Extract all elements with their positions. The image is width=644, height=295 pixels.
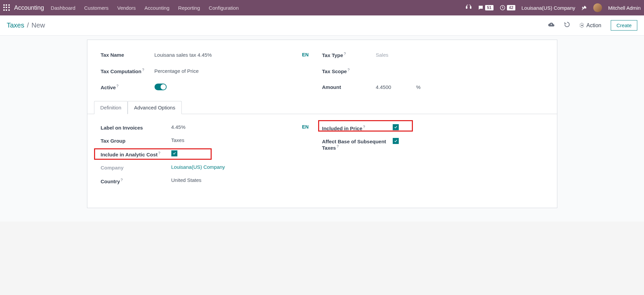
lang-badge[interactable]: EN: [302, 124, 308, 130]
nav-accounting[interactable]: Accounting: [144, 5, 169, 11]
tax-computation-label: Tax Computation?: [101, 68, 155, 74]
label-invoices-label: Label on Invoices: [101, 124, 171, 131]
form-card: Tax Name Louisana sales tax 4.45% EN Tax…: [87, 40, 557, 208]
tab-definition[interactable]: Definition: [94, 101, 128, 114]
nav-customers[interactable]: Customers: [84, 5, 109, 11]
included-price-checkbox[interactable]: [393, 124, 399, 130]
nav-dashboard[interactable]: Dashboard: [51, 5, 75, 11]
company-value[interactable]: Louisana(US) Company: [171, 164, 225, 170]
action-label: Action: [587, 22, 601, 29]
active-toggle[interactable]: [155, 84, 167, 90]
avatar[interactable]: [593, 3, 602, 12]
help-icon[interactable]: ?: [347, 68, 349, 72]
included-price-label: Included in Price?: [322, 124, 393, 131]
help-icon[interactable]: ?: [117, 84, 119, 88]
help-icon[interactable]: ?: [158, 151, 160, 155]
svg-rect-1: [470, 6, 471, 8]
nav-configuration[interactable]: Configuration: [209, 5, 239, 11]
affect-base-label: Affect Base of Subsequent Taxes?: [322, 138, 393, 151]
lang-badge[interactable]: EN: [302, 52, 308, 57]
action-button[interactable]: Action: [579, 22, 601, 29]
tools-icon[interactable]: [581, 5, 587, 11]
tax-name-value[interactable]: Louisana sales tax 4.45%: [155, 52, 212, 58]
cloud-save-icon[interactable]: [548, 21, 555, 30]
nav-menu: Dashboard Customers Vendors Accounting R…: [51, 5, 239, 11]
tax-scope-label: Tax Scope?: [322, 68, 376, 74]
tax-type-value[interactable]: Sales: [376, 52, 389, 58]
active-label: Active?: [101, 84, 155, 90]
activity-icon[interactable]: 42: [500, 5, 515, 11]
create-button[interactable]: Create: [611, 20, 637, 31]
tax-name-label: Tax Name: [101, 52, 155, 58]
discuss-icon[interactable]: 51: [478, 5, 493, 11]
amount-unit: %: [416, 84, 421, 90]
tab-advanced-options[interactable]: Advanced Options: [128, 101, 182, 114]
include-analytic-checkbox[interactable]: [171, 150, 177, 156]
help-icon[interactable]: ?: [142, 68, 144, 72]
label-invoices-value[interactable]: 4.45%: [171, 124, 186, 130]
svg-point-3: [581, 25, 583, 26]
affect-base-checkbox[interactable]: [393, 138, 399, 144]
help-icon[interactable]: ?: [121, 178, 123, 182]
breadcrumb-parent[interactable]: Taxes: [7, 21, 24, 29]
phone-icon[interactable]: [466, 5, 472, 11]
country-label: Country?: [101, 177, 171, 184]
help-icon[interactable]: ?: [337, 144, 339, 148]
breadcrumb: Taxes / New: [7, 21, 45, 29]
top-navbar: Accounting Dashboard Customers Vendors A…: [0, 0, 644, 15]
country-value[interactable]: United States: [171, 177, 202, 183]
company-label: Company: [101, 164, 171, 170]
tax-computation-value[interactable]: Percentage of Price: [155, 68, 199, 74]
breadcrumb-sep: /: [27, 21, 29, 29]
tax-type-label: Tax Type?: [322, 52, 376, 58]
svg-rect-0: [466, 6, 467, 8]
help-icon[interactable]: ?: [363, 125, 365, 129]
discuss-badge: 51: [485, 5, 493, 10]
help-icon[interactable]: ?: [344, 52, 346, 56]
tax-group-value[interactable]: Taxes: [171, 137, 184, 143]
amount-label: Amount: [322, 84, 376, 90]
control-bar: Taxes / New Action Create: [0, 15, 644, 36]
nav-vendors[interactable]: Vendors: [117, 5, 136, 11]
user-name[interactable]: Mitchell Admin: [608, 5, 641, 11]
include-analytic-label: Include in Analytic Cost?: [101, 150, 171, 157]
tax-group-label: Tax Group: [101, 137, 171, 144]
nav-reporting[interactable]: Reporting: [178, 5, 200, 11]
apps-icon[interactable]: [3, 4, 10, 11]
tabs: Definition Advanced Options: [87, 101, 557, 114]
activity-badge: 42: [507, 5, 515, 10]
amount-value[interactable]: 4.4500: [376, 84, 416, 90]
discard-icon[interactable]: [564, 21, 570, 29]
company-selector[interactable]: Louisana(US) Company: [521, 5, 575, 11]
app-brand[interactable]: Accounting: [14, 4, 44, 11]
breadcrumb-current: New: [32, 21, 45, 29]
